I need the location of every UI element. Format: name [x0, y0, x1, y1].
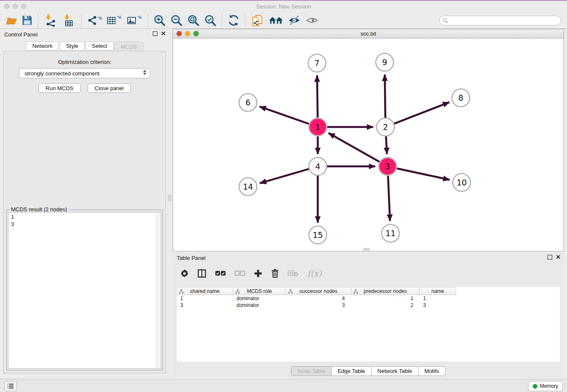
- import-network-button[interactable]: [41, 14, 60, 27]
- zoom-in-button[interactable]: [151, 14, 168, 27]
- deselect-all-rows-button[interactable]: [234, 271, 245, 276]
- column-header-mcds-role[interactable]: MCDS role: [233, 287, 286, 295]
- export-network-button[interactable]: [85, 14, 104, 27]
- column-header-shared-name[interactable]: shared name: [177, 287, 233, 295]
- export-table-button[interactable]: [104, 14, 124, 27]
- duplicate-network-button[interactable]: [248, 14, 266, 27]
- node-9[interactable]: 9: [376, 53, 394, 71]
- horizontal-splitter-grip[interactable]: [363, 248, 369, 251]
- table-panel: Table Panel ✕: [173, 253, 564, 378]
- column-header-successor-nodes[interactable]: successor nodes: [286, 287, 351, 295]
- tab-network-table[interactable]: Network Table: [372, 366, 418, 376]
- node-table[interactable]: shared nameMCDS rolesuccessor nodesprede…: [177, 287, 560, 362]
- toolbar-separator: [222, 14, 222, 27]
- delete-table-button[interactable]: [288, 270, 299, 277]
- home-button[interactable]: [266, 14, 286, 27]
- close-panel-button[interactable]: Close panel: [88, 83, 131, 93]
- mcds-result-area[interactable]: 1 3: [8, 212, 161, 369]
- table-header-row: shared nameMCDS rolesuccessor nodesprede…: [177, 287, 456, 295]
- node-6[interactable]: 6: [239, 94, 257, 111]
- node-7[interactable]: 7: [308, 54, 326, 72]
- delete-table-icon: [288, 270, 299, 277]
- gear-icon: [180, 269, 189, 278]
- export-image-button[interactable]: [124, 14, 145, 27]
- search-field[interactable]: [439, 16, 561, 25]
- zoom-fit-button[interactable]: [185, 14, 202, 27]
- float-panel-icon[interactable]: [153, 31, 157, 36]
- save-session-button[interactable]: [19, 14, 35, 27]
- node-3[interactable]: 3: [379, 157, 396, 175]
- vertical-splitter-grip[interactable]: [168, 195, 171, 201]
- node-4[interactable]: 4: [309, 157, 327, 175]
- select-all-rows-button[interactable]: [215, 271, 226, 276]
- tab-node-table[interactable]: Node Table: [291, 366, 332, 376]
- apply-layout-button[interactable]: [225, 14, 242, 27]
- optimization-criterion-label: Optimization criterion:: [4, 59, 165, 65]
- close-panel-icon[interactable]: ✕: [161, 31, 166, 36]
- node-1[interactable]: 1: [309, 118, 327, 136]
- tab-style[interactable]: Style: [60, 41, 85, 50]
- cell-predecessor-nodes: 1: [351, 295, 420, 302]
- table-row[interactable]: 1dominator411: [177, 295, 456, 302]
- cell-successor-nodes: 3: [286, 302, 351, 309]
- tab-edge-table[interactable]: Edge Table: [332, 366, 372, 376]
- network-canvas[interactable]: 7968124314101511: [173, 39, 564, 251]
- node-14[interactable]: 14: [239, 178, 257, 196]
- hide-details-button[interactable]: [286, 14, 303, 27]
- column-header-name[interactable]: name: [420, 287, 456, 295]
- edge-3-1[interactable]: [328, 133, 380, 162]
- edge-2-9[interactable]: [385, 75, 385, 118]
- zoom-selected-button[interactable]: [202, 14, 219, 27]
- cell-mcds-role: dominator: [233, 302, 286, 309]
- node-11[interactable]: 11: [382, 224, 399, 242]
- toolbar-separator: [38, 14, 38, 27]
- search-input[interactable]: [450, 17, 561, 25]
- open-session-button[interactable]: [3, 14, 19, 27]
- edge-4-14[interactable]: [260, 169, 309, 183]
- node-10[interactable]: 10: [453, 174, 471, 191]
- network-graph[interactable]: 7968124314101511: [173, 39, 564, 251]
- show-column-panel-button[interactable]: [197, 269, 206, 278]
- edge-3-11[interactable]: [388, 176, 390, 221]
- delete-column-button[interactable]: [271, 269, 279, 278]
- node-2[interactable]: 2: [377, 118, 394, 136]
- edge-1-7[interactable]: [317, 75, 317, 118]
- edge-1-6[interactable]: [259, 107, 309, 124]
- zoom-out-button[interactable]: [168, 14, 185, 27]
- result-scrollbar[interactable]: [156, 213, 161, 368]
- create-column-button[interactable]: [254, 269, 262, 278]
- cell-predecessor-nodes: 2: [351, 302, 420, 309]
- tab-network[interactable]: Network: [26, 41, 59, 50]
- import-table-button[interactable]: [60, 14, 78, 27]
- network-window-titlebar: ✕ − + scc.txt: [173, 29, 564, 39]
- tab-select[interactable]: Select: [85, 41, 113, 50]
- tab-motifs[interactable]: Motifs: [418, 366, 446, 376]
- mcds-result-group: MCDS result (2 nodes) 1 3: [6, 210, 163, 370]
- criterion-value: strongly connected component: [25, 70, 99, 77]
- edge-2-8[interactable]: [394, 102, 449, 124]
- tab-mcds[interactable]: MCDS: [114, 41, 143, 51]
- close-table-panel-icon[interactable]: ✕: [556, 255, 561, 259]
- open-session-icon: [6, 15, 17, 26]
- mcds-panel: Optimization criterion: strongly connect…: [3, 51, 166, 373]
- column-label: shared name: [190, 288, 220, 294]
- window-titlebar: Session: New Session: [0, 1, 567, 12]
- memory-button[interactable]: Memory: [528, 381, 563, 391]
- column-header-predecessor-nodes[interactable]: predecessor nodes: [351, 287, 420, 295]
- node-15[interactable]: 15: [309, 226, 327, 244]
- edge-2-3[interactable]: [386, 136, 387, 154]
- node-8[interactable]: 8: [452, 89, 470, 107]
- table-row[interactable]: 3dominator323: [177, 302, 456, 309]
- node-label-15: 15: [313, 230, 323, 240]
- function-builder-button[interactable]: f(x): [307, 268, 322, 279]
- show-details-button[interactable]: [303, 14, 321, 27]
- task-history-button[interactable]: [4, 381, 17, 391]
- cell-mcds-role: dominator: [233, 295, 286, 302]
- float-table-panel-icon[interactable]: [548, 255, 552, 259]
- window-title: Session: New Session: [0, 3, 567, 10]
- edge-3-10[interactable]: [396, 168, 449, 180]
- table-settings-button[interactable]: [180, 269, 189, 278]
- zoom-in-icon: [153, 14, 166, 27]
- criterion-select[interactable]: strongly connected component: [19, 68, 150, 78]
- run-mcds-button[interactable]: Run MCDS: [39, 83, 81, 93]
